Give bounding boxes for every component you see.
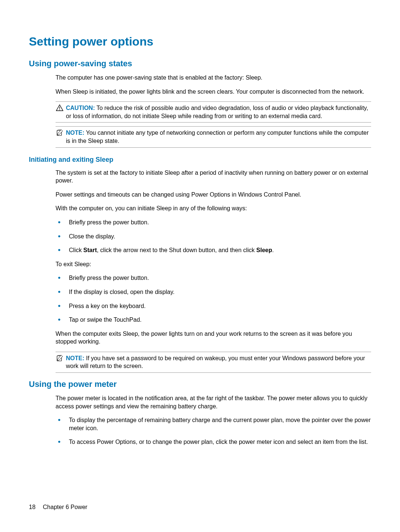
paragraph: Power settings and timeouts can be chang… [56,191,371,199]
caution-text: CAUTION: To reduce the risk of possible … [66,104,371,120]
list-item: Briefly press the power button. [56,274,371,282]
list-item: To access Power Options, or to change th… [56,438,371,446]
page-number: 18 [29,504,36,511]
paragraph: The system is set at the factory to init… [56,169,371,185]
list-item: Click Start, click the arrow next to the… [56,246,371,254]
note-callout: NOTE: You cannot initiate any type of ne… [56,126,371,147]
paragraph: When Sleep is initiated, the power light… [56,88,371,96]
paragraph: The computer has one power-saving state … [56,74,371,82]
note-icon [56,354,64,361]
note-text: NOTE: If you have set a password to be r… [66,354,371,370]
list-exit-sleep: Briefly press the power button. If the d… [56,274,371,324]
list-item: Briefly press the power button. [56,218,371,227]
paragraph: The power meter is located in the notifi… [56,394,371,410]
caution-icon [56,104,64,111]
list-item: If the display is closed, open the displ… [56,288,371,296]
list-power-meter: To display the percentage of remaining b… [56,416,371,446]
note-icon [56,129,64,136]
note-callout: NOTE: If you have set a password to be r… [56,352,371,373]
paragraph: To exit Sleep: [56,260,371,268]
note-body: You cannot initiate any type of networki… [66,130,369,144]
note-text: NOTE: You cannot initiate any type of ne… [66,129,371,145]
list-item: Tap or swipe the TouchPad. [56,316,371,324]
caution-body: To reduce the risk of possible audio and… [66,105,368,119]
note-label: NOTE: [66,355,84,361]
list-initiate-sleep: Briefly press the power button. Close th… [56,218,371,254]
list-item: Press a key on the keyboard. [56,302,371,310]
svg-point-1 [59,110,60,110]
paragraph: With the computer on, you can initiate S… [56,204,371,213]
list-item: Close the display. [56,232,371,241]
heading-initiating-exiting-sleep: Initiating and exiting Sleep [29,156,371,164]
note-body: If you have set a password to be require… [66,355,365,369]
caution-label: CAUTION: [66,105,95,111]
note-label: NOTE: [66,130,84,136]
caution-callout: CAUTION: To reduce the risk of possible … [56,101,371,123]
heading-power-meter: Using the power meter [29,379,371,389]
paragraph: When the computer exits Sleep, the power… [56,330,371,346]
list-item: To display the percentage of remaining b… [56,416,371,432]
chapter-label: Chapter 6 Power [43,504,87,511]
page-footer: 18 Chapter 6 Power [29,504,87,511]
page-title: Setting power options [29,35,371,48]
heading-power-saving-states: Using power-saving states [29,59,371,68]
